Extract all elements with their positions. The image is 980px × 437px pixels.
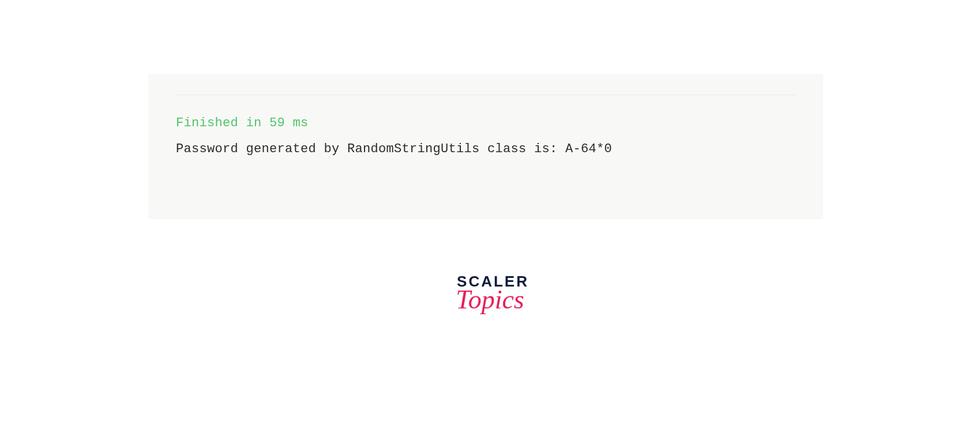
console-output-panel: Finished in 59 ms Password generated by …: [148, 74, 823, 219]
console-divider: [176, 95, 795, 95]
execution-status-line: Finished in 59 ms: [176, 116, 795, 130]
logo-text-topics: Topics: [451, 288, 529, 311]
scaler-topics-logo: SCALER Topics: [451, 274, 529, 311]
console-output-line: Password generated by RandomStringUtils …: [176, 142, 795, 156]
